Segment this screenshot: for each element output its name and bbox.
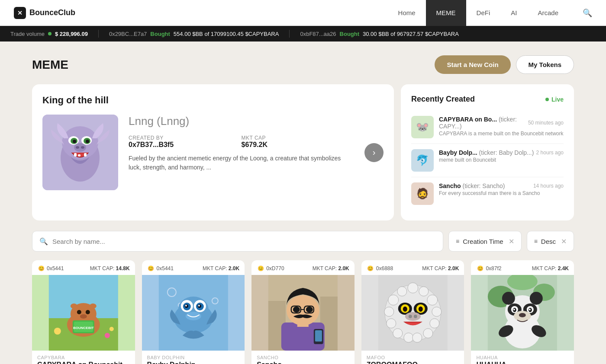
search-icon[interactable]: 🔍: [583, 8, 592, 18]
recent-item-0[interactable]: 🐭 CAPYBARA on Bo... (ticker: CAPY...) 50…: [411, 111, 564, 144]
recent-item-1[interactable]: 🐬 Bayby Dolp... (ticker: Baby Dolp...) 2…: [411, 144, 564, 177]
coin-card-2[interactable]: 😐 0xD770 MKT CAP: 2.0K: [251, 260, 355, 364]
svg-point-63: [419, 287, 429, 296]
coin-card-3[interactable]: 😊 0x6888 MKT CAP: 2.0K: [361, 260, 464, 364]
recent-img-1: 🐬: [411, 149, 434, 172]
navbar: ✕ BounceClub Home MEME DeFi AI Arcade 🔍: [0, 0, 606, 26]
coin-card-body-1: Baby Dolphin Bayby Dolphin meme built on…: [142, 351, 245, 364]
my-tokens-button[interactable]: My Tokens: [516, 55, 574, 74]
ticker-address-1: 0x29BC...E7a7: [109, 31, 147, 37]
svg-point-66: [384, 307, 394, 316]
svg-point-10: [76, 146, 79, 149]
coin-address-0: 😊 0x5441: [37, 265, 64, 272]
svg-point-45: [198, 305, 200, 307]
svg-rect-12: [74, 153, 77, 156]
recently-header: Recently Created Live: [411, 95, 564, 104]
king-ticker: (Lnng): [157, 115, 189, 128]
svg-point-44: [185, 305, 187, 307]
king-label: King of the hill: [42, 95, 384, 106]
coin-address-3: 😊 0x6888: [367, 265, 393, 272]
filter-label-0: Creation Time: [463, 238, 503, 245]
svg-point-67: [432, 307, 442, 316]
coin-address-4: 😊 0x87f2: [476, 265, 501, 272]
mkt-cap-value: $679.2K: [242, 141, 355, 149]
nav-ai[interactable]: AI: [500, 0, 527, 26]
svg-point-80: [419, 307, 423, 312]
search-input[interactable]: [52, 238, 436, 245]
header-buttons: Start a New Coin My Tokens: [435, 55, 574, 74]
recent-time-0: 50 minutes ago: [528, 120, 564, 126]
coin-card-name-2: Sancho: [257, 361, 349, 364]
nav-meme[interactable]: MEME: [426, 0, 466, 26]
coin-address-1: 😊 0x5441: [147, 265, 174, 272]
coin-card-header-0: 😊 0x5441 MKT CAP: 14.8K: [32, 260, 135, 275]
recent-desc-2: For every successful man there is a Sanc…: [439, 190, 564, 196]
coin-card-body-3: MAFOO ZOBOOMAFOO ZOBOOMAFOOOOOOOOOOOOOO.…: [361, 351, 464, 364]
filter-chip-desc[interactable]: ≡ Desc ✕: [527, 231, 574, 252]
king-next-button[interactable]: ›: [364, 143, 384, 162]
coin-card-name-4: HUAHUA: [476, 361, 569, 364]
svg-point-53: [306, 307, 313, 313]
coin-avatar-0: 😊: [37, 265, 45, 272]
ticker-bar: Trade volume $ 228,996.09 0x29BC...E7a7 …: [0, 26, 606, 42]
filter-chip-creation-time[interactable]: ≡ Creation Time ✕: [448, 231, 522, 252]
king-meta: CREATED BY 0x7B37...B3f5 MKT CAP $679.2K: [129, 135, 354, 149]
coin-card-1[interactable]: 😊 0x5441 MKT CAP: 2.0K: [142, 260, 245, 364]
filter-close-0[interactable]: ✕: [509, 237, 514, 246]
coin-image-1: [142, 275, 245, 351]
recent-time-2: 14 hours ago: [533, 183, 564, 189]
filter-close-1[interactable]: ✕: [561, 237, 567, 246]
recent-info-1: Bayby Dolp... (ticker: Baby Dolp...) 2 h…: [439, 149, 564, 172]
nav-arcade[interactable]: Arcade: [527, 0, 569, 26]
coin-category-4: HUAHUA: [476, 355, 569, 360]
svg-point-101: [519, 313, 526, 317]
svg-point-83: [414, 315, 417, 318]
coin-card-header-1: 😊 0x5441 MKT CAP: 2.0K: [142, 260, 245, 275]
page-title: MEME: [32, 58, 68, 72]
svg-point-26: [86, 310, 90, 314]
svg-point-82: [409, 315, 412, 318]
coin-card-body-4: HUAHUA HUAHUA WHO IS HUAHUA? Meet Hua: [471, 351, 574, 364]
recent-name-2: Sancho (ticker: Sancho): [439, 182, 505, 189]
svg-point-79: [403, 307, 407, 312]
nav-defi[interactable]: DeFi: [466, 0, 501, 26]
coin-card-body-2: Sancho Sancho For every successful man: [251, 351, 355, 364]
svg-point-70: [393, 329, 403, 338]
coin-mkt-4: MKT CAP: 2.4K: [532, 265, 569, 271]
nav-home[interactable]: Home: [388, 0, 426, 26]
ticker-bought-1: Bought: [150, 31, 170, 37]
coin-card-header-2: 😐 0xD770 MKT CAP: 2.0K: [251, 260, 355, 275]
coin-image-0: BOUNCEBIT: [32, 275, 135, 351]
coin-card-name-0: CAPYBARA on Bouncebit: [37, 361, 130, 364]
svg-point-72: [404, 333, 413, 342]
coin-mkt-3: MKT CAP: 2.0K: [422, 265, 459, 271]
coin-address-2: 😐 0xD770: [257, 265, 284, 272]
svg-point-24: [90, 303, 97, 309]
svg-point-7: [73, 140, 76, 143]
coin-category-2: Sancho: [257, 355, 349, 360]
nav-links: Home MEME DeFi AI Arcade: [388, 0, 569, 26]
ticker-divider-2: [289, 30, 290, 38]
king-image[interactable]: [42, 115, 118, 190]
svg-point-18: [54, 328, 61, 335]
king-of-hill-card: King of the hill: [32, 84, 394, 220]
svg-point-64: [388, 295, 399, 305]
filter-label-1: Desc: [541, 238, 556, 245]
coin-card-4[interactable]: 😊 0x87f2 MKT CAP: 2.4K: [471, 260, 574, 364]
recent-desc-1: meme built on Bouncebit: [439, 157, 564, 163]
coin-mkt-1: MKT CAP: 2.0K: [203, 265, 239, 271]
logo[interactable]: ✕ BounceClub: [14, 7, 75, 19]
coin-card-header-3: 😊 0x6888 MKT CAP: 2.0K: [361, 260, 464, 275]
live-label: Live: [551, 96, 564, 103]
recent-item-2[interactable]: 🧔 Sancho (ticker: Sancho) 14 hours ago F…: [411, 177, 564, 210]
king-content: Lnng (Lnng) CREATED BY 0x7B37...B3f5 MKT…: [42, 115, 384, 190]
coin-mkt-0: MKT CAP: 14.8K: [90, 265, 130, 271]
svg-point-25: [77, 310, 81, 314]
start-new-coin-button[interactable]: Start a New Coin: [435, 55, 510, 74]
ticker-address-2: 0xbF87...aa26: [300, 31, 336, 37]
coin-card-0[interactable]: 😊 0x5441 MKT CAP: 14.8K: [32, 260, 135, 364]
ticker-bought-2: Bought: [340, 31, 359, 37]
coin-mkt-2: MKT CAP: 2.0K: [313, 265, 349, 271]
logo-text: BounceClub: [29, 8, 75, 17]
recent-ticker-1: (ticker: Baby Dolp...): [479, 149, 534, 156]
